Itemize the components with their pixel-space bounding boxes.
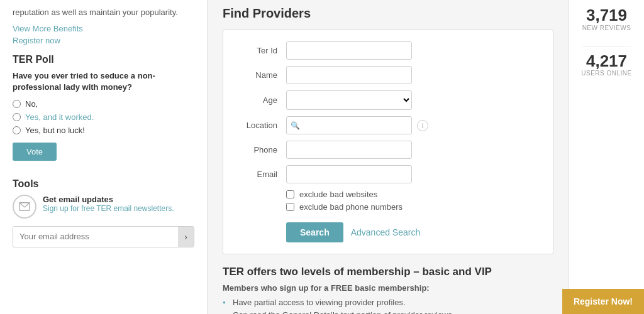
ter-id-input[interactable] xyxy=(286,41,412,60)
new-reviews-label: NEW REVIEWS xyxy=(582,24,631,31)
poll-radio-yes-worked[interactable] xyxy=(13,113,21,121)
poll-question: Have you ever tried to seduce a non-prof… xyxy=(13,70,194,93)
exclude-bad-phone-numbers-label: exclude bad phone numbers xyxy=(299,202,402,212)
exclude-bad-websites-label: exclude bad websites xyxy=(299,190,377,199)
location-search-icon: 🔍 xyxy=(291,121,300,130)
advanced-search-link[interactable]: Advanced Search xyxy=(351,227,421,237)
email-row: Email xyxy=(236,165,540,183)
poll-options: No, Yes, and it worked. Yes, but no luck… xyxy=(13,99,194,135)
location-info-icon[interactable]: i xyxy=(417,120,428,131)
email-submit-button[interactable]: › xyxy=(178,227,194,247)
find-providers-box: Ter Id Name Age 18 19 20 21 22 25 30 xyxy=(223,30,553,254)
exclude-bad-phone-numbers-checkbox-label[interactable]: exclude bad phone numbers xyxy=(286,202,540,212)
age-select[interactable]: 18 19 20 21 22 25 30 35 40 45 50 xyxy=(286,90,412,110)
membership-benefit-2: Can read the General Details text portio… xyxy=(223,310,553,314)
tools-title: Tools xyxy=(13,178,194,190)
main-content: Find Providers Ter Id Name Age 18 19 20 … xyxy=(208,0,569,314)
membership-list: Have partial access to viewing provider … xyxy=(223,298,553,314)
name-label: Name xyxy=(236,70,286,80)
email-input[interactable] xyxy=(286,165,412,183)
membership-title: TER offers two levels of membership – ba… xyxy=(223,266,553,278)
form-buttons-row: Search Advanced Search xyxy=(286,222,540,242)
age-row: Age 18 19 20 21 22 25 30 35 40 45 50 xyxy=(236,90,540,110)
poll-radio-yes-no-luck[interactable] xyxy=(13,126,21,134)
new-reviews-count: 3,719 xyxy=(582,6,631,24)
email-icon xyxy=(19,201,30,212)
exclude-bad-websites-checkbox[interactable] xyxy=(286,190,294,198)
location-row: Location 🔍 i xyxy=(236,116,540,134)
register-now-button[interactable]: Register Now! xyxy=(562,289,644,314)
vote-button[interactable]: Vote xyxy=(13,143,57,161)
tools-email-sub: Sign up for free TER email newsletters. xyxy=(43,204,174,213)
tools-section: Tools Get email updates Sign up for free… xyxy=(13,178,194,247)
left-sidebar: reputation as well as maintain your popu… xyxy=(0,0,208,314)
checkboxes-row: exclude bad websites exclude bad phone n… xyxy=(286,190,540,215)
email-input-row: › xyxy=(13,226,194,247)
right-sidebar: 3,719 NEW REVIEWS 4,217 USERS ONLINE xyxy=(569,0,644,314)
membership-subtitle: Members who sign up for a FREE basic mem… xyxy=(223,283,553,293)
view-more-benefits-link[interactable]: View More Benefits xyxy=(13,24,194,33)
tools-email-text: Get email updates Sign up for free TER e… xyxy=(43,195,174,213)
membership-benefit-1: Have partial access to viewing provider … xyxy=(223,298,553,307)
location-input-wrap: 🔍 xyxy=(286,116,412,134)
email-label: Email xyxy=(236,170,286,179)
location-input[interactable] xyxy=(303,117,408,134)
users-online-label: USERS ONLINE xyxy=(581,70,631,77)
intro-text: reputation as well as maintain your popu… xyxy=(13,6,194,19)
stat-divider xyxy=(582,46,631,47)
exclude-bad-websites-checkbox-label[interactable]: exclude bad websites xyxy=(286,190,540,199)
email-address-input[interactable] xyxy=(13,227,178,246)
poll-radio-no[interactable] xyxy=(13,100,21,108)
name-input[interactable] xyxy=(286,66,412,84)
poll-section-title: TER Poll xyxy=(13,54,194,65)
phone-row: Phone xyxy=(236,141,540,159)
email-icon-circle xyxy=(13,195,36,219)
new-reviews-stat: 3,719 NEW REVIEWS xyxy=(582,6,631,31)
poll-option-yes-worked[interactable]: Yes, and it worked. xyxy=(13,112,194,122)
location-label: Location xyxy=(236,121,286,130)
tools-email-title: Get email updates xyxy=(43,195,174,204)
phone-label: Phone xyxy=(236,145,286,154)
find-providers-title: Find Providers xyxy=(223,6,553,21)
users-online-count: 4,217 xyxy=(581,52,631,70)
poll-option-no[interactable]: No, xyxy=(13,99,194,109)
name-row: Name xyxy=(236,66,540,84)
poll-option-yes-no-luck[interactable]: Yes, but no luck! xyxy=(13,126,194,135)
register-link[interactable]: Register now xyxy=(13,36,194,45)
tools-email-row: Get email updates Sign up for free TER e… xyxy=(13,195,194,219)
phone-input[interactable] xyxy=(286,141,412,159)
ter-id-row: Ter Id xyxy=(236,41,540,60)
ter-id-label: Ter Id xyxy=(236,46,286,55)
exclude-bad-phone-numbers-checkbox[interactable] xyxy=(286,203,294,211)
age-label: Age xyxy=(236,95,286,105)
search-button[interactable]: Search xyxy=(286,222,343,242)
users-online-stat: 4,217 USERS ONLINE xyxy=(581,52,631,77)
